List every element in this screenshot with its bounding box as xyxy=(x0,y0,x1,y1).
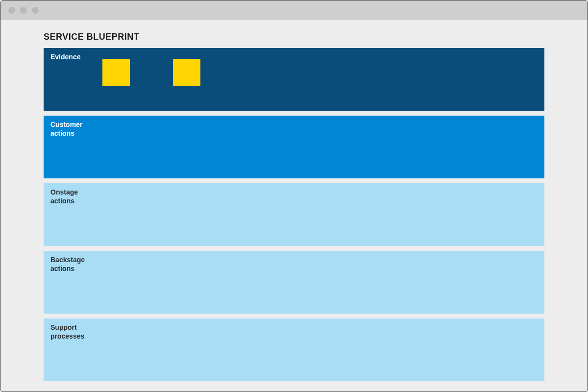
lane-onstage-actions[interactable]: Onstage actions xyxy=(44,183,544,246)
lane-label-onstage: Onstage actions xyxy=(50,188,538,205)
sticky-row xyxy=(102,59,200,86)
lane-label-support: Support processes xyxy=(50,323,538,341)
window-close-icon[interactable] xyxy=(8,7,15,14)
titlebar xyxy=(0,0,588,20)
diagram-canvas[interactable]: SERVICE BLUEPRINT Evidence Customer acti… xyxy=(0,20,588,392)
lane-support-processes[interactable]: Support processes xyxy=(44,318,544,381)
lane-evidence[interactable]: Evidence xyxy=(44,48,544,111)
window-maximize-icon[interactable] xyxy=(32,7,39,14)
lane-label-backstage: Backstage actions xyxy=(50,256,538,273)
lane-backstage-actions[interactable]: Backstage actions xyxy=(44,251,544,314)
window-minimize-icon[interactable] xyxy=(20,7,27,14)
lane-customer-actions[interactable]: Customer actions xyxy=(44,116,544,178)
browser-window: SERVICE BLUEPRINT Evidence Customer acti… xyxy=(0,0,588,392)
page-title: SERVICE BLUEPRINT xyxy=(44,32,544,42)
lane-label-customer: Customer actions xyxy=(50,121,538,138)
sticky-note[interactable] xyxy=(173,59,200,86)
sticky-note[interactable] xyxy=(102,59,130,86)
blueprint-lanes: Evidence Customer actions Onstage action… xyxy=(44,48,544,381)
